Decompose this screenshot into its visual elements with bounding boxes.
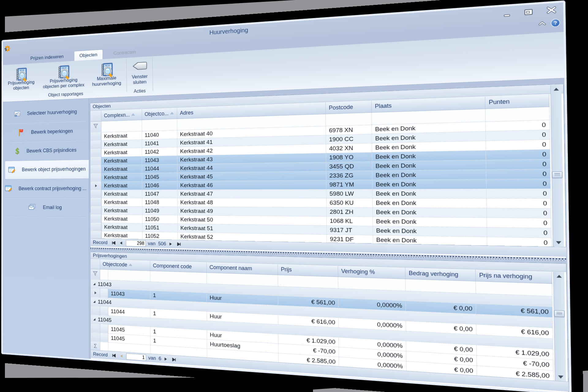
svg-text:$: $ xyxy=(16,147,19,156)
svg-text:M: M xyxy=(15,115,17,117)
svg-text:?: ? xyxy=(554,20,557,26)
